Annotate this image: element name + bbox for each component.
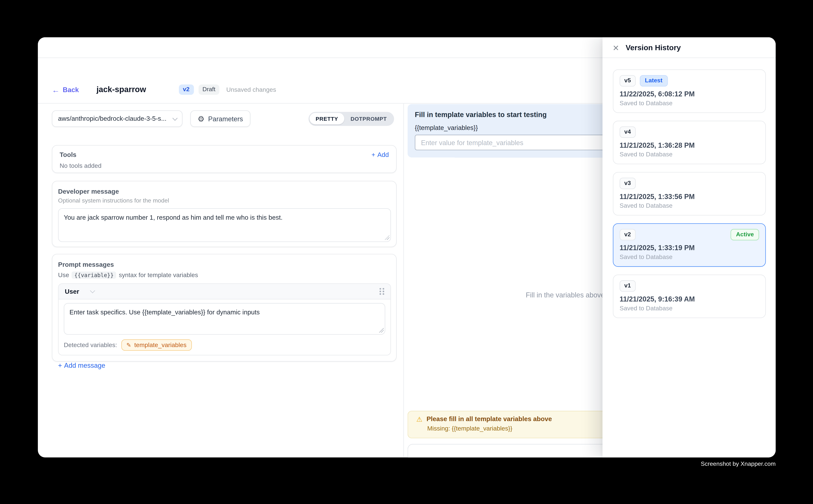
- model-select[interactable]: aws/anthropic/bedrock-claude-3-5-s...: [52, 110, 182, 127]
- message-block: User Enter task specifics. Use {{templat…: [58, 283, 391, 355]
- drag-handle-icon[interactable]: [380, 288, 384, 295]
- close-icon[interactable]: ×: [613, 42, 619, 53]
- gear-icon: ⚙: [197, 115, 205, 123]
- role-select[interactable]: User: [65, 288, 79, 295]
- version-history-header: × Version History: [602, 37, 776, 58]
- version-card[interactable]: v5 Latest 11/22/2025, 6:08:12 PM Saved t…: [613, 69, 766, 113]
- add-message-label: Add message: [64, 362, 105, 369]
- parameters-button[interactable]: ⚙ Parameters: [190, 110, 250, 127]
- version-number-badge: v3: [620, 178, 636, 189]
- prompt-editor-column: aws/anthropic/bedrock-claude-3-5-s... ⚙ …: [38, 104, 404, 457]
- version-card[interactable]: v4 11/21/2025, 1:36:28 PM Saved to Datab…: [613, 121, 766, 164]
- version-list: v5 Latest 11/22/2025, 6:08:12 PM Saved t…: [602, 58, 776, 318]
- version-timestamp: 11/21/2025, 1:36:28 PM: [620, 141, 759, 149]
- version-card[interactable]: v3 11/21/2025, 1:33:56 PM Saved to Datab…: [613, 172, 766, 216]
- add-message-button[interactable]: + Add message: [58, 362, 105, 369]
- view-mode-toggle: PRETTY DOTPROMPT: [308, 112, 394, 126]
- version-saved-status: Saved to Database: [620, 202, 759, 209]
- title-row: ← Back jack-sparrow v2 Draft Unsaved cha…: [52, 85, 276, 95]
- back-arrow-icon: ←: [52, 86, 60, 94]
- toggle-dotprompt[interactable]: DOTPROMPT: [344, 113, 393, 124]
- developer-message-subtitle: Optional system instructions for the mod…: [58, 197, 391, 204]
- version-saved-status: Saved to Database: [620, 304, 759, 312]
- page-title: jack-sparrow: [96, 85, 146, 94]
- version-number-badge: v5: [620, 75, 636, 86]
- version-timestamp: 11/21/2025, 1:33:56 PM: [620, 193, 759, 200]
- draft-badge: Draft: [198, 85, 220, 95]
- variable-syntax-chip: {{variable}}: [72, 271, 116, 279]
- version-history-title: Version History: [626, 43, 681, 52]
- tools-card: Tools + Add No tools added: [52, 145, 397, 173]
- back-button[interactable]: ← Back: [52, 86, 79, 94]
- model-toolbar: aws/anthropic/bedrock-claude-3-5-s... ⚙ …: [52, 110, 396, 127]
- back-label: Back: [63, 86, 79, 94]
- message-body: Enter task specifics. Use {{template_var…: [59, 299, 390, 355]
- version-number-badge: v4: [620, 126, 636, 138]
- version-number-badge: v1: [620, 280, 636, 292]
- chevron-down-icon: [172, 115, 177, 121]
- developer-message-textarea[interactable]: You are jack sparrow number 1, respond a…: [58, 208, 391, 242]
- detected-variable-name: template_variables: [134, 341, 186, 349]
- version-history-panel: × Version History v5 Latest 11/22/2025, …: [602, 37, 776, 457]
- watermark-text: Screenshot by Xnapper.com: [701, 461, 776, 467]
- screenshot-stage: ← Back jack-sparrow v2 Draft Unsaved cha…: [0, 0, 813, 504]
- tools-empty-text: No tools added: [60, 162, 389, 169]
- toggle-pretty[interactable]: PRETTY: [310, 113, 344, 124]
- developer-message-card: Developer message Optional system instru…: [52, 181, 397, 247]
- version-timestamp: 11/22/2025, 6:08:12 PM: [620, 90, 759, 98]
- model-select-value: aws/anthropic/bedrock-claude-3-5-s...: [58, 115, 166, 122]
- subtitle-prefix: Use: [58, 271, 69, 279]
- pencil-icon: ✎: [126, 342, 131, 348]
- prompt-messages-subtitle: Use {{variable}} syntax for template var…: [58, 271, 391, 279]
- warning-title: Please fill in all template variables ab…: [426, 416, 552, 423]
- version-timestamp: 11/21/2025, 9:16:39 AM: [620, 295, 759, 303]
- version-card[interactable]: v1 11/21/2025, 9:16:39 AM Saved to Datab…: [613, 275, 766, 318]
- unsaved-changes-label: Unsaved changes: [226, 86, 276, 93]
- developer-message-textarea-wrap: You are jack sparrow number 1, respond a…: [58, 208, 391, 242]
- version-saved-status: Saved to Database: [620, 99, 759, 107]
- warning-icon: ⚠: [416, 416, 422, 422]
- detected-variables-label: Detected variables:: [64, 341, 117, 349]
- app-window: ← Back jack-sparrow v2 Draft Unsaved cha…: [38, 37, 776, 457]
- message-role-header: User: [59, 284, 390, 299]
- plus-icon: +: [371, 151, 375, 158]
- prompt-messages-title: Prompt messages: [58, 261, 391, 268]
- add-tool-label: Add: [377, 151, 389, 158]
- subtitle-suffix: syntax for template variables: [119, 271, 198, 279]
- plus-icon: +: [58, 362, 62, 369]
- version-saved-status: Saved to Database: [620, 253, 759, 260]
- version-timestamp: 11/21/2025, 1:33:19 PM: [620, 244, 759, 252]
- user-message-textarea[interactable]: Enter task specifics. Use {{template_var…: [64, 303, 385, 335]
- detected-variable-chip[interactable]: ✎ template_variables: [121, 339, 192, 351]
- version-card[interactable]: v2 Active 11/21/2025, 1:33:19 PM Saved t…: [613, 223, 766, 267]
- detected-variables-row: Detected variables: ✎ template_variables: [64, 339, 385, 351]
- version-badge: v2: [179, 85, 193, 95]
- version-number-badge: v2: [620, 229, 636, 240]
- parameters-label: Parameters: [208, 115, 243, 123]
- version-status-badge: Latest: [640, 75, 668, 86]
- tools-header: Tools + Add: [60, 151, 389, 158]
- developer-message-title: Developer message: [58, 188, 391, 195]
- add-tool-button[interactable]: + Add: [371, 151, 389, 158]
- chevron-down-icon: [90, 288, 95, 293]
- version-status-badge: Active: [731, 229, 759, 240]
- version-saved-status: Saved to Database: [620, 151, 759, 158]
- prompt-messages-card: Prompt messages Use {{variable}} syntax …: [52, 254, 397, 362]
- tools-title: Tools: [60, 151, 76, 158]
